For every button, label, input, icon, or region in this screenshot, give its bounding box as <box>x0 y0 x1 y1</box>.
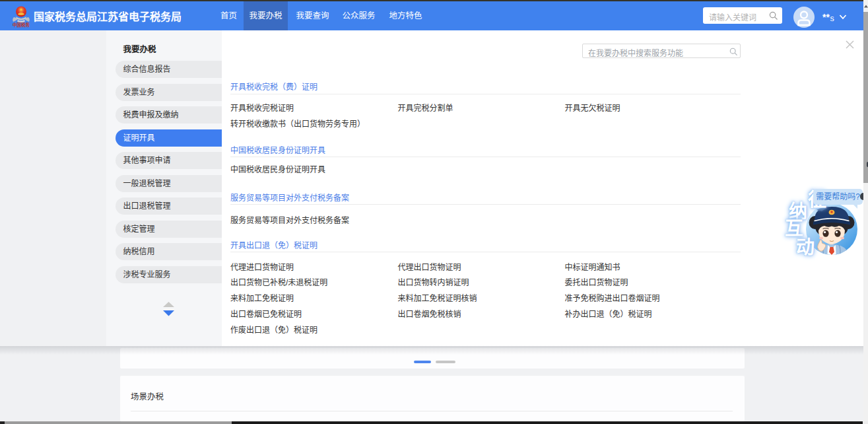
svg-text:中国税务: 中国税务 <box>13 22 30 28</box>
